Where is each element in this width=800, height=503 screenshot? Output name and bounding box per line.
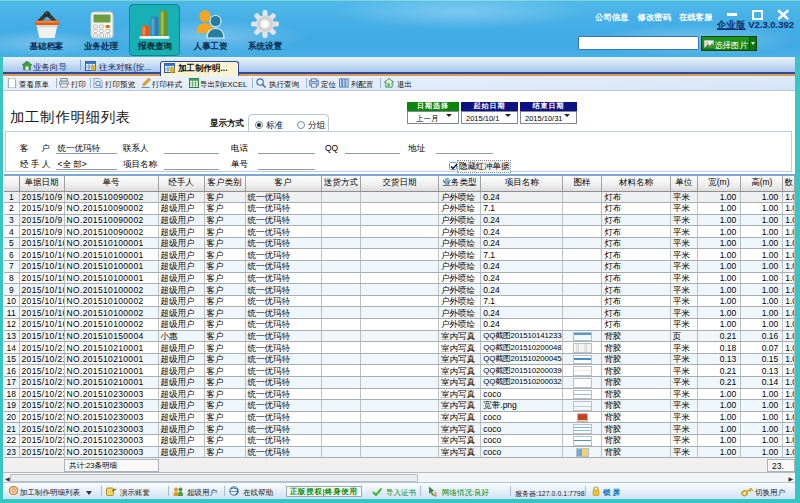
svg-text:4: 4	[433, 491, 437, 498]
